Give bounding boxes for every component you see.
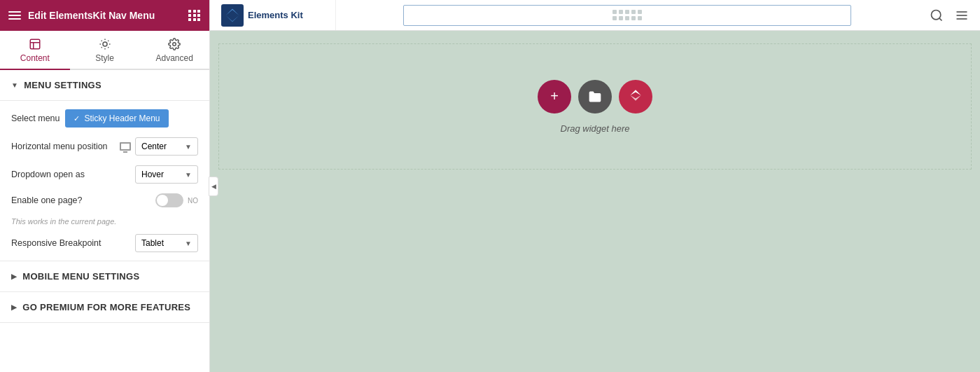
svg-point-3: [103, 42, 107, 46]
enable-one-page-label: Enable one page?: [11, 195, 82, 205]
elementskit-widget-button[interactable]: [619, 80, 652, 113]
dropdown-open-label: Dropdown open as: [11, 170, 85, 179]
dropdown-open-value: Hover: [141, 170, 164, 179]
go-premium-title: Go Premium for More Features: [22, 302, 190, 312]
drag-widget-text: Drag widget here: [561, 123, 630, 134]
template-library-button[interactable]: [578, 80, 612, 113]
dropdown-open-row: Dropdown open as Hover ▼: [11, 165, 198, 184]
toggle-no-label: NO: [188, 197, 198, 205]
tab-advanced-label: Advanced: [155, 53, 192, 63]
enable-one-page-row: Enable one page? NO: [11, 193, 198, 207]
top-canvas-bar: Elements Kit: [210, 0, 980, 31]
menu-settings-chevron: ▼: [11, 81, 18, 89]
select-menu-value: Sticky Header Menu: [84, 113, 160, 123]
canvas-main: +: [210, 31, 980, 372]
tab-content-label: Content: [20, 53, 50, 63]
canvas-drop-section: +: [218, 43, 972, 170]
svg-rect-5: [221, 4, 244, 27]
select-menu-row: Select menu ✓ Sticky Header Menu: [11, 109, 198, 128]
menu-settings-title: Menu Settings: [24, 80, 102, 90]
left-panel: Edit ElementsKit Nav Menu Content Style: [0, 0, 210, 372]
editor-tabs: Content Style Advanced: [0, 31, 209, 70]
brand-name: Elements Kit: [248, 10, 303, 20]
checkmark-icon: ✓: [74, 114, 80, 123]
tab-advanced[interactable]: Advanced: [139, 31, 209, 70]
canvas-container: Elements Kit: [210, 0, 980, 372]
elementskit-logo-icon: [221, 4, 244, 27]
responsive-breakpoint-label: Responsive Breakpoint: [11, 238, 102, 248]
apps-grid-icon[interactable]: [188, 10, 201, 21]
add-widget-button[interactable]: +: [538, 80, 571, 113]
svg-point-4: [173, 43, 176, 46]
folder-icon: [588, 90, 602, 104]
editor-topbar: Edit ElementsKit Nav Menu: [0, 0, 209, 31]
hamburger-right-icon[interactable]: [955, 8, 969, 22]
editor-title: Edit ElementsKit Nav Menu: [28, 10, 181, 21]
horizontal-position-label: Horizontal menu position: [11, 142, 108, 151]
responsive-breakpoint-value: Tablet: [141, 238, 164, 248]
mobile-menu-section: ▶ Mobile Menu Settings: [0, 261, 209, 292]
tab-style-label: Style: [95, 53, 114, 63]
mobile-menu-title: Mobile Menu Settings: [22, 271, 139, 282]
mobile-menu-chevron: ▶: [11, 273, 17, 280]
svg-point-6: [932, 10, 941, 19]
ek-logo-icon: [628, 88, 643, 103]
select-menu-button[interactable]: ✓ Sticky Header Menu: [65, 109, 168, 128]
responsive-breakpoint-row: Responsive Breakpoint Tablet ▼: [11, 234, 198, 252]
horizontal-position-row: Horizontal menu position Center ▼: [11, 137, 198, 156]
menu-settings-content: Select menu ✓ Sticky Header Menu Horizon…: [0, 101, 209, 261]
one-page-hint: This works in the current page.: [11, 217, 198, 226]
tab-style[interactable]: Style: [70, 31, 140, 70]
go-premium-chevron: ▶: [11, 303, 17, 311]
horizontal-position-select[interactable]: Center ▼: [135, 137, 198, 156]
right-icons: [918, 8, 980, 22]
svg-rect-0: [30, 39, 40, 49]
dropdown-open-select[interactable]: Hover ▼: [135, 165, 198, 184]
search-icon[interactable]: [930, 8, 944, 22]
responsive-breakpoint-select[interactable]: Tablet ▼: [135, 234, 198, 252]
ek-label: [628, 88, 643, 105]
nav-preview-bar: [403, 5, 851, 26]
panel-collapse-button[interactable]: ◀: [209, 177, 218, 196]
select-menu-label: Select menu: [11, 113, 59, 123]
drag-action-buttons: +: [538, 80, 652, 113]
plus-icon: +: [550, 88, 559, 104]
tab-content[interactable]: Content: [0, 31, 70, 70]
dropdown-open-arrow-icon: ▼: [185, 171, 192, 179]
hamburger-icon[interactable]: [8, 11, 21, 20]
go-premium-header[interactable]: ▶ Go Premium for More Features: [0, 292, 209, 323]
go-premium-section: ▶ Go Premium for More Features: [0, 292, 209, 323]
mobile-menu-header[interactable]: ▶ Mobile Menu Settings: [0, 261, 209, 292]
enable-one-page-toggle[interactable]: [155, 193, 183, 207]
dropdown-arrow-icon: ▼: [185, 143, 192, 151]
nav-preview-area: [344, 5, 910, 26]
menu-settings-section: ▼ Menu Settings Select menu ✓ Sticky Hea…: [0, 70, 209, 261]
monitor-icon: [120, 142, 131, 151]
menu-settings-header[interactable]: ▼ Menu Settings: [0, 70, 209, 101]
drag-widget-area: +: [538, 80, 652, 134]
horizontal-position-value: Center: [141, 142, 167, 151]
responsive-arrow-icon: ▼: [185, 240, 192, 247]
